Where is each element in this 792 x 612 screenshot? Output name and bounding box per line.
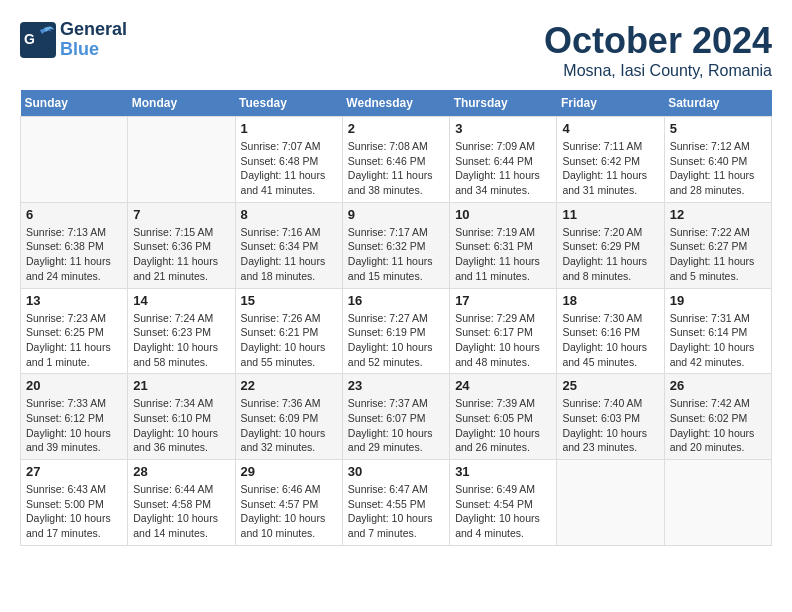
week-row-5: 27Sunrise: 6:43 AM Sunset: 5:00 PM Dayli… <box>21 460 772 546</box>
day-info: Sunrise: 7:36 AM Sunset: 6:09 PM Dayligh… <box>241 396 337 455</box>
day-number: 12 <box>670 207 766 222</box>
day-number: 8 <box>241 207 337 222</box>
day-number: 4 <box>562 121 658 136</box>
day-info: Sunrise: 7:37 AM Sunset: 6:07 PM Dayligh… <box>348 396 444 455</box>
day-info: Sunrise: 7:22 AM Sunset: 6:27 PM Dayligh… <box>670 225 766 284</box>
day-number: 18 <box>562 293 658 308</box>
day-number: 14 <box>133 293 229 308</box>
day-number: 10 <box>455 207 551 222</box>
day-info: Sunrise: 7:34 AM Sunset: 6:10 PM Dayligh… <box>133 396 229 455</box>
calendar-cell: 13Sunrise: 7:23 AM Sunset: 6:25 PM Dayli… <box>21 288 128 374</box>
day-number: 26 <box>670 378 766 393</box>
calendar-cell: 21Sunrise: 7:34 AM Sunset: 6:10 PM Dayli… <box>128 374 235 460</box>
logo: G General Blue <box>20 20 127 60</box>
day-info: Sunrise: 7:08 AM Sunset: 6:46 PM Dayligh… <box>348 139 444 198</box>
month-title: October 2024 <box>544 20 772 62</box>
day-info: Sunrise: 7:16 AM Sunset: 6:34 PM Dayligh… <box>241 225 337 284</box>
svg-text:G: G <box>24 31 35 47</box>
day-info: Sunrise: 6:44 AM Sunset: 4:58 PM Dayligh… <box>133 482 229 541</box>
calendar-cell: 5Sunrise: 7:12 AM Sunset: 6:40 PM Daylig… <box>664 117 771 203</box>
calendar-cell: 18Sunrise: 7:30 AM Sunset: 6:16 PM Dayli… <box>557 288 664 374</box>
logo-blue: Blue <box>60 40 127 60</box>
day-info: Sunrise: 7:11 AM Sunset: 6:42 PM Dayligh… <box>562 139 658 198</box>
calendar-cell: 26Sunrise: 7:42 AM Sunset: 6:02 PM Dayli… <box>664 374 771 460</box>
title-section: October 2024 Mosna, Iasi County, Romania <box>544 20 772 80</box>
day-info: Sunrise: 6:46 AM Sunset: 4:57 PM Dayligh… <box>241 482 337 541</box>
day-header-tuesday: Tuesday <box>235 90 342 117</box>
day-info: Sunrise: 7:09 AM Sunset: 6:44 PM Dayligh… <box>455 139 551 198</box>
calendar-cell <box>664 460 771 546</box>
calendar-cell: 29Sunrise: 6:46 AM Sunset: 4:57 PM Dayli… <box>235 460 342 546</box>
day-number: 19 <box>670 293 766 308</box>
day-info: Sunrise: 7:39 AM Sunset: 6:05 PM Dayligh… <box>455 396 551 455</box>
day-info: Sunrise: 7:24 AM Sunset: 6:23 PM Dayligh… <box>133 311 229 370</box>
logo-icon: G <box>20 22 56 58</box>
day-number: 31 <box>455 464 551 479</box>
day-info: Sunrise: 7:12 AM Sunset: 6:40 PM Dayligh… <box>670 139 766 198</box>
header-row: SundayMondayTuesdayWednesdayThursdayFrid… <box>21 90 772 117</box>
calendar-cell: 31Sunrise: 6:49 AM Sunset: 4:54 PM Dayli… <box>450 460 557 546</box>
day-number: 3 <box>455 121 551 136</box>
week-row-4: 20Sunrise: 7:33 AM Sunset: 6:12 PM Dayli… <box>21 374 772 460</box>
day-number: 21 <box>133 378 229 393</box>
calendar-cell: 25Sunrise: 7:40 AM Sunset: 6:03 PM Dayli… <box>557 374 664 460</box>
calendar-cell: 15Sunrise: 7:26 AM Sunset: 6:21 PM Dayli… <box>235 288 342 374</box>
day-header-wednesday: Wednesday <box>342 90 449 117</box>
calendar-cell: 14Sunrise: 7:24 AM Sunset: 6:23 PM Dayli… <box>128 288 235 374</box>
week-row-3: 13Sunrise: 7:23 AM Sunset: 6:25 PM Dayli… <box>21 288 772 374</box>
day-number: 24 <box>455 378 551 393</box>
day-header-thursday: Thursday <box>450 90 557 117</box>
calendar-table: SundayMondayTuesdayWednesdayThursdayFrid… <box>20 90 772 546</box>
calendar-cell: 10Sunrise: 7:19 AM Sunset: 6:31 PM Dayli… <box>450 202 557 288</box>
calendar-cell <box>557 460 664 546</box>
header: G General Blue October 2024 Mosna, Iasi … <box>20 20 772 80</box>
day-number: 9 <box>348 207 444 222</box>
day-info: Sunrise: 7:20 AM Sunset: 6:29 PM Dayligh… <box>562 225 658 284</box>
day-number: 13 <box>26 293 122 308</box>
day-info: Sunrise: 7:33 AM Sunset: 6:12 PM Dayligh… <box>26 396 122 455</box>
day-number: 16 <box>348 293 444 308</box>
day-number: 23 <box>348 378 444 393</box>
calendar-cell <box>21 117 128 203</box>
calendar-cell: 23Sunrise: 7:37 AM Sunset: 6:07 PM Dayli… <box>342 374 449 460</box>
day-number: 1 <box>241 121 337 136</box>
location-title: Mosna, Iasi County, Romania <box>544 62 772 80</box>
week-row-1: 1Sunrise: 7:07 AM Sunset: 6:48 PM Daylig… <box>21 117 772 203</box>
day-info: Sunrise: 7:26 AM Sunset: 6:21 PM Dayligh… <box>241 311 337 370</box>
day-number: 7 <box>133 207 229 222</box>
day-info: Sunrise: 7:15 AM Sunset: 6:36 PM Dayligh… <box>133 225 229 284</box>
day-info: Sunrise: 7:42 AM Sunset: 6:02 PM Dayligh… <box>670 396 766 455</box>
calendar-cell: 24Sunrise: 7:39 AM Sunset: 6:05 PM Dayli… <box>450 374 557 460</box>
calendar-cell: 27Sunrise: 6:43 AM Sunset: 5:00 PM Dayli… <box>21 460 128 546</box>
day-info: Sunrise: 6:49 AM Sunset: 4:54 PM Dayligh… <box>455 482 551 541</box>
day-info: Sunrise: 7:17 AM Sunset: 6:32 PM Dayligh… <box>348 225 444 284</box>
week-row-2: 6Sunrise: 7:13 AM Sunset: 6:38 PM Daylig… <box>21 202 772 288</box>
day-number: 28 <box>133 464 229 479</box>
calendar-cell: 9Sunrise: 7:17 AM Sunset: 6:32 PM Daylig… <box>342 202 449 288</box>
calendar-cell: 1Sunrise: 7:07 AM Sunset: 6:48 PM Daylig… <box>235 117 342 203</box>
day-number: 30 <box>348 464 444 479</box>
day-header-friday: Friday <box>557 90 664 117</box>
calendar-cell: 11Sunrise: 7:20 AM Sunset: 6:29 PM Dayli… <box>557 202 664 288</box>
day-info: Sunrise: 7:13 AM Sunset: 6:38 PM Dayligh… <box>26 225 122 284</box>
day-info: Sunrise: 7:30 AM Sunset: 6:16 PM Dayligh… <box>562 311 658 370</box>
day-number: 29 <box>241 464 337 479</box>
calendar-cell: 3Sunrise: 7:09 AM Sunset: 6:44 PM Daylig… <box>450 117 557 203</box>
day-number: 25 <box>562 378 658 393</box>
day-number: 6 <box>26 207 122 222</box>
calendar-cell: 22Sunrise: 7:36 AM Sunset: 6:09 PM Dayli… <box>235 374 342 460</box>
day-number: 15 <box>241 293 337 308</box>
day-info: Sunrise: 7:27 AM Sunset: 6:19 PM Dayligh… <box>348 311 444 370</box>
day-header-monday: Monday <box>128 90 235 117</box>
day-info: Sunrise: 7:31 AM Sunset: 6:14 PM Dayligh… <box>670 311 766 370</box>
day-number: 2 <box>348 121 444 136</box>
calendar-cell <box>128 117 235 203</box>
day-info: Sunrise: 7:07 AM Sunset: 6:48 PM Dayligh… <box>241 139 337 198</box>
day-number: 5 <box>670 121 766 136</box>
day-number: 17 <box>455 293 551 308</box>
day-number: 22 <box>241 378 337 393</box>
logo-general: General <box>60 20 127 40</box>
day-info: Sunrise: 7:40 AM Sunset: 6:03 PM Dayligh… <box>562 396 658 455</box>
calendar-cell: 6Sunrise: 7:13 AM Sunset: 6:38 PM Daylig… <box>21 202 128 288</box>
calendar-cell: 19Sunrise: 7:31 AM Sunset: 6:14 PM Dayli… <box>664 288 771 374</box>
